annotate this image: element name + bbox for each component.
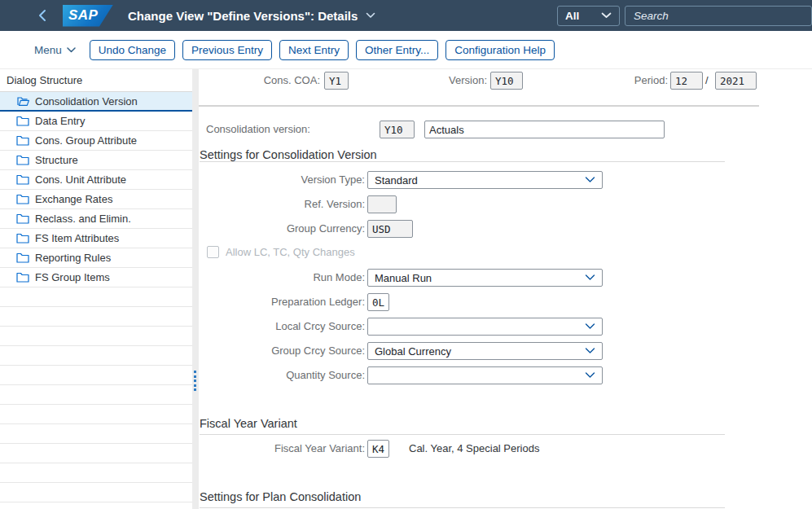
version-label: Version: [397,72,487,90]
folder-icon [16,155,29,165]
other-entry-button[interactable]: Other Entry... [356,40,438,60]
sidebar-item-reporting-rules[interactable]: Reporting Rules [0,248,192,268]
folder-icon [16,116,29,126]
sidebar-item-fs-item-attributes[interactable]: FS Item Attributes [0,229,192,248]
folder-icon [16,135,29,146]
group-currency-label: Group Currency: [199,220,365,238]
local-crcy-source-label: Local Crcy Source: [199,318,365,336]
chevron-down-icon [585,177,595,183]
search-input[interactable] [625,6,812,26]
quantity-source-select[interactable] [367,366,603,384]
configuration-help-button[interactable]: Configuration Help [446,40,555,60]
sidebar-item-label: Reporting Rules [35,252,111,264]
folder-icon [16,194,29,204]
chevron-down-icon [585,323,595,330]
dialog-structure-title: Dialog Structure [0,69,192,92]
allow-changes-checkbox [207,246,219,258]
sidebar-splitter[interactable] [192,69,199,509]
application-toolbar: Menu Undo Change Previous Entry Next Ent… [0,31,812,69]
page-title[interactable]: Change View "Define Versions": Details [128,9,375,23]
quantity-source-label: Quantity Source: [199,366,365,384]
context-separator [199,105,759,107]
chevron-down-icon [585,372,595,379]
sidebar-empty-rows [0,287,192,509]
chevron-down-icon [585,274,595,281]
search-scope-select[interactable]: All [557,6,620,26]
consolidation-version-label: Consolidation version: [206,121,310,138]
folder-icon [16,213,29,224]
ref-version-field [367,195,397,213]
open-folder-icon [16,95,29,107]
chevron-down-icon [67,47,76,53]
splitter-grip-icon[interactable] [194,371,196,391]
undo-change-button[interactable]: Undo Change [90,40,175,60]
allow-changes-label: Allow LC, TC, Qty Changes [226,246,355,259]
fiscal-year-variant-description: Cal. Year, 4 Special Periods [409,440,539,458]
sidebar-item-data-entry[interactable]: Data Entry [0,112,192,131]
sidebar-item-label: Exchange Rates [35,193,112,205]
group-crcy-source-label: Group Crcy Source: [199,342,365,360]
sidebar-item-cons-group-attribute[interactable]: Cons. Group Attribute [0,131,192,151]
consolidation-version-code-field: Y10 [380,121,415,138]
sidebar-item-consolidation-version[interactable]: Consolidation Version [0,92,192,112]
shell-header: SAP Change View "Define Versions": Detai… [0,0,812,31]
sidebar-item-label: Consolidation Version [35,95,138,108]
sidebar-item-exchange-rates[interactable]: Exchange Rates [0,190,192,209]
preparation-ledger-label: Preparation Ledger: [199,293,365,311]
folder-icon [16,174,29,185]
sap-logo-text: SAP [68,7,98,24]
title-chevron-down-icon [366,12,375,19]
group-crcy-source-select[interactable]: Global Currency [367,342,603,360]
menu-button[interactable]: Menu [34,44,76,56]
period-label: Period: [586,72,668,90]
local-crcy-source-select[interactable] [367,318,603,336]
sidebar-item-label: Data Entry [35,115,85,127]
fiscal-year-variant-label: Fiscal Year Variant: [199,440,365,458]
chevron-down-icon [601,12,612,19]
settings-section-line [200,161,725,162]
cons-coa-label: Cons. COA: [199,72,320,90]
sap-logo: SAP [63,5,113,27]
year-field: 2021 [715,72,757,90]
sidebar-item-cons-unit-attribute[interactable]: Cons. Unit Attribute [0,170,192,190]
preparation-ledger-field[interactable]: 0L [367,293,389,311]
sidebar-item-label: Structure [35,154,78,166]
folder-icon [16,252,29,263]
period-field: 12 [670,72,703,90]
back-icon[interactable] [37,9,46,22]
group-currency-field: USD [367,220,413,238]
period-separator: / [705,72,709,90]
settings-section-title: Settings for Consolidation Version [200,147,377,162]
sidebar-item-label: FS Item Attributes [35,232,119,244]
version-field: Y10 [490,72,523,90]
sidebar-item-label: Cons. Group Attribute [35,134,137,147]
fiscal-year-variant-field[interactable]: K4 [367,440,389,458]
sidebar-item-fs-group-items[interactable]: FS Group Items [0,268,192,287]
plan-section-title: Settings for Plan Consolidation [200,489,361,504]
run-mode-label: Run Mode: [199,269,365,287]
consolidation-version-text-field[interactable]: Actuals [424,121,665,138]
fiscal-section-title: Fiscal Year Variant [200,416,297,431]
folder-icon [16,233,29,244]
sidebar-item-reclass-and-elimin[interactable]: Reclass. and Elimin. [0,209,192,229]
ref-version-label: Ref. Version: [199,195,365,213]
sidebar-item-structure[interactable]: Structure [0,151,192,170]
run-mode-select[interactable]: Manual Run [367,269,603,287]
fiscal-section-line [200,434,725,435]
cons-coa-field: Y1 [324,72,349,90]
sidebar-item-label: Reclass. and Elimin. [35,213,131,225]
sidebar-item-label: FS Group Items [35,271,110,283]
next-entry-button[interactable]: Next Entry [279,40,349,60]
plan-section-line [200,507,725,508]
dialog-structure-panel: Dialog Structure Consolidation Version D… [0,69,192,509]
previous-entry-button[interactable]: Previous Entry [182,40,272,60]
chevron-down-icon [585,348,595,354]
details-form: Cons. COA: Y1 Version: Y10 Period: 12 / … [199,69,812,509]
folder-icon [16,272,29,283]
sidebar-item-label: Cons. Unit Attribute [35,173,126,186]
version-type-select[interactable]: Standard [367,171,603,189]
version-type-label: Version Type: [199,171,365,189]
